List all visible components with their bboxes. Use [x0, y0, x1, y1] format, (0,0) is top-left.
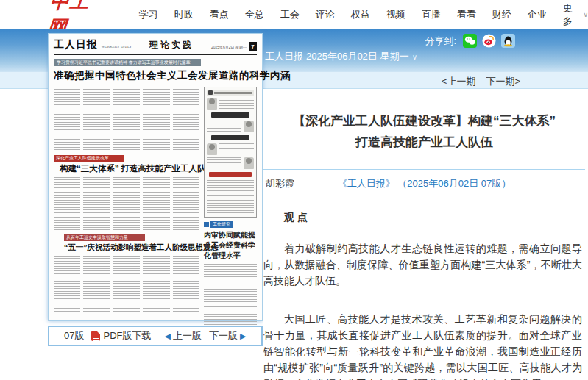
newspaper-headline-3: “五一”庆祝活动影响塑造着工人阶级思想观念 [64, 243, 199, 253]
nav-item-politics[interactable]: 时政 [174, 8, 194, 21]
chevron-down-icon: ∨ [583, 11, 588, 18]
newspaper-sidebar-headline: 内审协同赋能提升工会经费科学化管理水平 [204, 230, 257, 261]
prev-triangle-icon: ◀ [164, 331, 170, 341]
source-link[interactable]: 《工人日报》 [338, 178, 395, 189]
prev-issue-button[interactable]: <上一期 [442, 75, 476, 88]
nav-item-watch[interactable]: 看看 [457, 8, 476, 21]
newspaper-slogan-bar: 学习贯彻习近平总书记重要讲话精神 奋力谱写工运事业发展时代篇章 [54, 59, 201, 66]
newspaper-headline-2: 构建“三大体系” 打造高技能产业工人队伍 [60, 163, 199, 174]
newspaper-headline-1: 准确把握中国特色社会主义工会发展道路的科学内涵 [54, 69, 257, 82]
newspaper-section-title: 理论实践 [149, 39, 194, 51]
nav-item-video[interactable]: 视频 [386, 8, 405, 21]
nav-item-acftu[interactable]: 全总 [245, 8, 264, 21]
article-title: 【深化产业工人队伍建设改革】构建“三大体系” 打造高技能产业工人队伍 [263, 110, 585, 153]
nav-item-live[interactable]: 直播 [422, 8, 441, 21]
weibo-icon[interactable] [482, 34, 496, 48]
nav-item-comment[interactable]: 评论 [316, 8, 335, 21]
greeked-text-columns [54, 256, 199, 313]
divider [263, 169, 585, 170]
prev-page-button[interactable]: ◀ 上一版 [164, 329, 201, 343]
label-square-icon [204, 222, 209, 227]
nav-item-enterprise[interactable]: 企业 [528, 8, 547, 21]
article-view: 【深化产业工人队伍建设改革】构建“三大体系” 打造高技能产业工人队伍 胡彩霞 《… [263, 89, 585, 380]
share-label: 分享到: [425, 35, 456, 48]
greeked-text-columns [54, 87, 199, 151]
qq-icon[interactable] [501, 34, 515, 48]
cartoon-figure [244, 121, 254, 132]
source-date-link[interactable]: （2025年06月02日 07版） [397, 178, 511, 189]
main-menu: 学习 时政 看点 全总 工会 评论 权益 视频 直播 看看 财经 企业 更多 ∨ [139, 1, 588, 28]
current-page-label[interactable]: 07版 [64, 329, 84, 343]
pdf-icon [91, 331, 100, 341]
nav-item-union[interactable]: 工会 [280, 8, 300, 21]
page-pager-bar: 07版 PDF版下载 ◀ 上一版 下一版 ▶ [48, 326, 263, 346]
newspaper-header: 工人日报 WORKERS' DAILY 理论实践 2025年6月2日 星期一 7 [54, 38, 257, 55]
pdf-download-button[interactable]: PDF版下载 [91, 329, 151, 343]
reader-panel: 分享到: 工人日报 2025年06月02日 星期一 ∨ <上一期 下 [263, 29, 585, 380]
newspaper-masthead: 工人日报 WORKERS' DAILY [54, 38, 132, 51]
nav-item-more[interactable]: 更多 ∨ [563, 1, 588, 28]
share-bar: 分享到: [425, 34, 515, 48]
newspaper-sidebar-label: 工作研究 [204, 221, 257, 228]
newspaper-article3-label: 从百年工运史中汲取智慧和力量 [64, 234, 145, 241]
article-paragraph: 大国工匠、高技能人才是技术攻关、工艺革新和复杂问题解决的骨干力量，其成长直接促进… [263, 311, 585, 380]
comic-strip [204, 87, 257, 218]
newspaper-date: 2025年6月2日 星期一 [211, 45, 247, 49]
cartoon-figure [207, 143, 217, 155]
greeked-text-columns [54, 177, 199, 230]
top-navigation: 中工网 学习 时政 看点 全总 工会 评论 权益 视频 直播 看看 财经 企业 … [0, 0, 588, 29]
newspaper-page-number: 7 [249, 42, 257, 51]
article-paragraph: 着力破解制约高技能人才生态链良性运转的难题，需确立问题导向，从数据融合、制度保障… [263, 240, 585, 289]
nav-item-study[interactable]: 学习 [139, 8, 158, 21]
newspaper-page-preview[interactable]: 工人日报 WORKERS' DAILY 理论实践 2025年6月2日 星期一 7… [48, 33, 263, 321]
article-kicker: 观 点 [263, 211, 585, 224]
chevron-down-icon: ∨ [412, 53, 417, 61]
next-page-button[interactable]: 下一版 ▶ [209, 329, 246, 343]
article-source: 《工人日报》 （2025年06月02日 07版） [263, 177, 585, 190]
nav-item-highlights[interactable]: 看点 [210, 8, 229, 21]
nav-item-rights[interactable]: 权益 [351, 8, 370, 21]
issue-selector[interactable]: 工人日报 2025年06月02日 星期一 ∨ [265, 50, 417, 63]
newspaper-article2-label: 深化产业工人队伍建设改革 [54, 155, 124, 162]
cartoon-figure [244, 157, 254, 169]
cartoon-figure [207, 98, 217, 110]
next-triangle-icon: ▶ [240, 331, 246, 341]
next-issue-button[interactable]: 下一期> [486, 75, 520, 88]
wechat-icon[interactable] [463, 34, 477, 48]
nav-item-finance[interactable]: 财经 [492, 8, 511, 21]
issue-pager: <上一期 下一期> [442, 75, 520, 88]
